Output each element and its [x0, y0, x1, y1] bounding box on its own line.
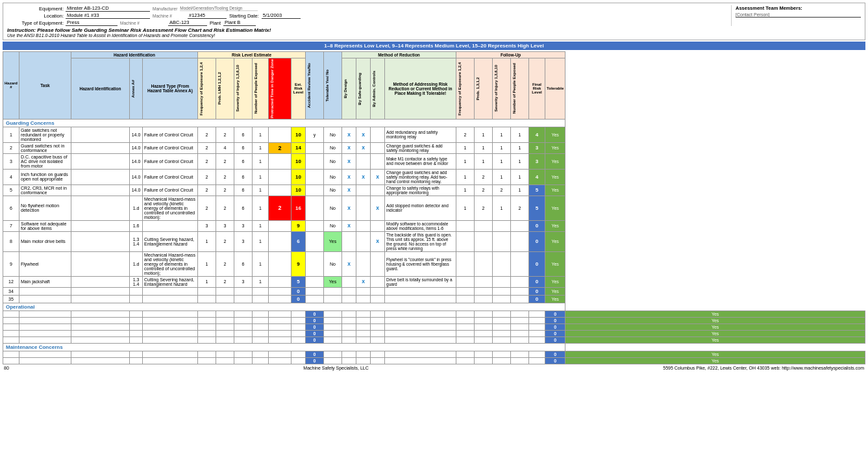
byadmin-header: By Admin. Controls: [371, 58, 385, 120]
manufacturer-label: Manufacturer: [150, 6, 180, 11]
row-task: [19, 311, 71, 317]
haztype-header: Hazard Type (From Hazard Table Annex A): [143, 58, 198, 120]
plant-value: Plant B: [223, 19, 256, 26]
row-method: Change to safety relays with appropriate…: [385, 184, 456, 196]
follow-cell: [511, 330, 529, 336]
final-risk: 0: [545, 311, 565, 317]
method-cell: [456, 351, 475, 357]
table-row: 8Main motor drive belts1.3 1.4Cutting Se…: [3, 231, 865, 251]
empty-cell: [143, 330, 198, 336]
method-cell: [371, 317, 385, 323]
risk-estimate-group-header: Risk Level Estimate: [198, 52, 306, 58]
tolerable: [342, 317, 356, 323]
method-cell: [456, 317, 475, 323]
row-fprob: 2: [475, 184, 493, 196]
follow-cell: [529, 336, 545, 343]
row-num: 1: [3, 127, 19, 142]
row-accident: y: [306, 127, 324, 142]
row-prot-time: [269, 184, 291, 196]
row-fsev: 1: [493, 127, 511, 142]
follow-cell: [493, 330, 511, 336]
follow-cell: [493, 336, 511, 343]
row-by-admin: [371, 251, 385, 276]
method-group-header: Method of Reduction: [342, 52, 456, 58]
row-ffreq: [456, 276, 475, 287]
row-prob: 2: [216, 169, 234, 184]
empty-cell: [198, 330, 216, 336]
row-num: 5: [3, 184, 19, 196]
follow-cell: [493, 311, 511, 317]
hazard-id-group-header: Hazard Identification: [71, 52, 198, 58]
company-name: Machine Safety Specialists, LLC: [303, 366, 368, 370]
row-fprob: 1: [475, 153, 493, 169]
final-tolerable: Yes: [565, 311, 865, 317]
row-sev: 6: [234, 127, 253, 142]
row-by-admin: [371, 220, 385, 231]
row-prob: 2: [216, 153, 234, 169]
row-by-safeguard: X: [356, 169, 371, 184]
row-by-safeguard: [356, 295, 371, 303]
row-hazid: [71, 276, 130, 287]
table-row: 5CR2, CR3, MCR not in conformance14.0Fai…: [3, 184, 865, 196]
row-fnump: [511, 251, 529, 276]
row-tolerable: No: [324, 153, 342, 169]
row-ffreq: [456, 295, 475, 303]
row-fnump: [511, 220, 529, 231]
row-nump: 1: [253, 196, 269, 220]
row-final-tolerable: Yes: [545, 184, 565, 196]
empty-cell: [269, 311, 291, 317]
table-row: 1Gate switches not redundant or properly…: [3, 127, 865, 142]
row-task: Software not adequate for above items: [19, 220, 71, 231]
final-tolerable: Yes: [565, 317, 865, 323]
row-final-tolerable: Yes: [545, 251, 565, 276]
method-cell: [456, 311, 475, 317]
row-method: [385, 295, 456, 303]
row-task: CR2, CR3, MCR not in conformance: [19, 184, 71, 196]
empty-cell: [198, 323, 216, 330]
method-cell: [371, 323, 385, 330]
row-by-safeguard: [356, 220, 371, 231]
company-address: 5595 Columbus Pike, #222, Lewis Center, …: [663, 366, 864, 370]
empty-cell: [291, 351, 306, 357]
row-ffreq: 2: [456, 127, 475, 142]
row-tolerable: No: [324, 251, 342, 276]
section-header-maintenance-concerns: Maintenance Concerns: [3, 343, 565, 351]
row-method: Add redundancy and safety monitoring rel…: [385, 127, 456, 142]
ftolerable-header: Tolerable: [545, 58, 565, 120]
row-final-tolerable: Yes: [545, 153, 565, 169]
row-fsev: 1: [493, 142, 511, 153]
row-accident: [306, 153, 324, 169]
row-by-admin: [371, 287, 385, 295]
row-fsev: [493, 231, 511, 251]
final-risk: 0: [545, 330, 565, 336]
equipment-label: Equipment:: [7, 6, 66, 12]
row-freq: [198, 295, 216, 303]
row-hazid: [71, 196, 130, 220]
empty-cell: [253, 323, 269, 330]
row-fsev: 1: [493, 196, 511, 220]
est-risk: 0: [306, 330, 324, 336]
row-tolerable: [324, 287, 342, 295]
row-haztype: Cutting Severing hazard, Entanglement ha…: [143, 276, 198, 287]
empty-cell: [291, 336, 306, 343]
row-final-tolerable: Yes: [545, 295, 565, 303]
row-ffreq: 1: [456, 153, 475, 169]
method-cell: [371, 330, 385, 336]
row-freq: 1: [198, 231, 216, 251]
row-freq: 2: [198, 196, 216, 220]
empty-cell: [130, 311, 143, 317]
empty-cell: [291, 311, 306, 317]
final-tolerable: Yes: [565, 351, 865, 357]
row-tolerable: [324, 295, 342, 303]
empty-cell: [143, 351, 198, 357]
final-tolerable: Yes: [565, 336, 865, 343]
table-row: 00Yes: [3, 336, 865, 343]
empty-cell: [234, 336, 253, 343]
prottime-header: Protracted Time in Danger Zone: [269, 58, 291, 120]
bydesign-header: By Design: [342, 58, 356, 120]
empty-cell: [130, 357, 143, 364]
empty-cell: [71, 357, 130, 364]
est-risk: 0: [306, 336, 324, 343]
row-task: Gate switches not redundant or properly …: [19, 127, 71, 142]
row-hazid: [71, 153, 130, 169]
